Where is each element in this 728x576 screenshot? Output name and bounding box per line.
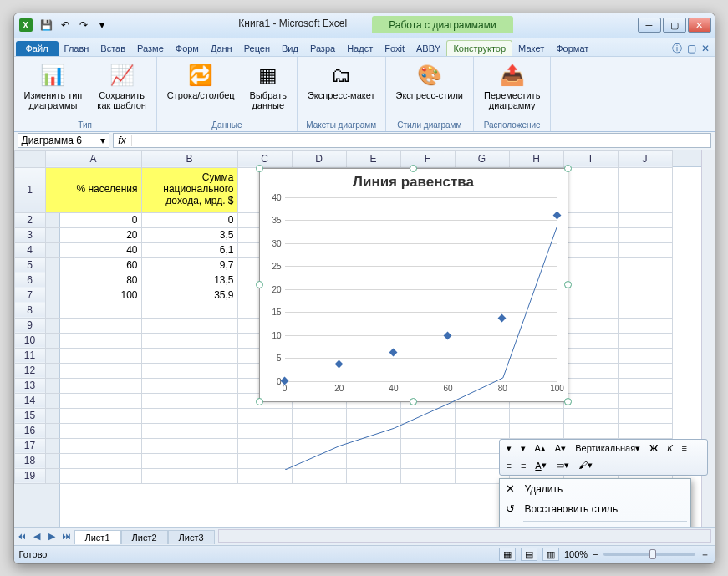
row-header[interactable]: 1 (14, 167, 45, 212)
cell[interactable] (45, 468, 141, 483)
row-header[interactable]: 10 (14, 333, 45, 348)
context-item[interactable]: 📊Изменить тип диаграммы... (500, 523, 690, 527)
plot-area[interactable]: 0510152025303540020406080100 (285, 197, 557, 381)
fill-color-icon[interactable]: 🖌▾ (575, 459, 596, 472)
context-menu[interactable]: ✕Удалить↺Восстановить стиль📊Изменить тип… (499, 478, 691, 527)
cell[interactable] (563, 227, 618, 242)
cell[interactable] (45, 378, 141, 393)
column-header[interactable]: E (346, 150, 400, 167)
column-header[interactable]: H (509, 150, 563, 167)
switch-row-col-button[interactable]: 🔁Строка/столбец (164, 60, 238, 103)
cell[interactable] (45, 393, 141, 408)
resize-handle[interactable] (256, 281, 263, 288)
tab-format[interactable]: Формат (550, 41, 594, 56)
context-item[interactable]: ↺Восстановить стиль (500, 499, 690, 519)
cell[interactable]: 0 (141, 212, 237, 227)
cell[interactable] (618, 333, 672, 348)
nav-last-icon[interactable]: ⏭ (59, 528, 74, 543)
font-size[interactable]: ▾ (517, 442, 529, 455)
column-header[interactable]: F (400, 150, 455, 167)
border-icon[interactable]: ▭▾ (552, 459, 573, 472)
view-pagebreak-icon[interactable]: ▥ (542, 548, 559, 561)
tab-layout[interactable]: Разме (131, 41, 170, 56)
row-header[interactable]: 8 (14, 303, 45, 318)
cell[interactable] (563, 363, 618, 378)
cell[interactable] (618, 167, 672, 212)
nav-prev-icon[interactable]: ◀ (29, 528, 44, 543)
cell[interactable] (45, 423, 141, 438)
cell[interactable] (563, 423, 618, 438)
tab-design[interactable]: Конструктор (446, 40, 512, 56)
row-header[interactable]: 14 (14, 393, 45, 408)
tab-home[interactable]: Главн (59, 41, 95, 56)
zoom-out-icon[interactable]: − (593, 549, 598, 559)
cell[interactable]: 3,5 (141, 227, 237, 242)
mini-toolbar[interactable]: ▾ ▾ A▴ A▾ Вертикальная ▾ Ж К ≡ ≡ ≡ A▾ ▭▾… (499, 439, 708, 476)
cell[interactable] (237, 438, 292, 453)
worksheet[interactable]: ABCDEFGHIJ1% населенияСумма национальног… (14, 150, 715, 527)
cell[interactable] (563, 167, 618, 212)
cell[interactable] (618, 423, 672, 438)
select-all-cell[interactable] (14, 150, 45, 167)
cell[interactable] (237, 423, 292, 438)
zoom-in-icon[interactable]: ＋ (700, 548, 710, 561)
fx-icon[interactable]: fx (114, 135, 132, 146)
undo-icon[interactable]: ↶ (58, 18, 73, 33)
cell[interactable]: 9,7 (141, 257, 237, 273)
cell[interactable] (45, 348, 141, 363)
cell[interactable] (141, 393, 237, 408)
cell[interactable] (141, 378, 237, 393)
tab-formulas[interactable]: Форм (170, 41, 205, 56)
row-header[interactable]: 18 (14, 453, 45, 468)
cell[interactable] (237, 453, 292, 468)
view-normal-icon[interactable]: ▦ (499, 548, 516, 561)
cell[interactable] (563, 333, 618, 348)
minimize-ribbon-icon[interactable]: ▢ (687, 43, 696, 54)
cell[interactable] (563, 378, 618, 393)
cell[interactable]: 60 (45, 257, 141, 273)
row-header[interactable]: 13 (14, 378, 45, 393)
cell[interactable] (618, 227, 672, 242)
nav-first-icon[interactable]: ⏮ (14, 528, 29, 543)
cell[interactable]: 100 (45, 288, 141, 303)
maximize-button[interactable]: ▢ (663, 18, 686, 33)
row-header[interactable]: 2 (14, 212, 45, 227)
cell[interactable] (141, 438, 237, 453)
row-header[interactable]: 15 (14, 408, 45, 423)
resize-handle[interactable] (564, 398, 572, 405)
cell[interactable] (141, 363, 237, 378)
cell[interactable] (563, 408, 618, 423)
cell[interactable] (618, 257, 672, 273)
font-select[interactable]: ▾ (503, 442, 515, 455)
view-pagelayout-icon[interactable]: ▤ (521, 548, 537, 561)
tab-review[interactable]: Рецен (238, 41, 276, 56)
cell[interactable] (563, 242, 618, 257)
cell[interactable]: Сумма национального дохода, мрд. $ (141, 167, 237, 212)
cell[interactable] (346, 468, 400, 483)
cell[interactable] (141, 333, 237, 348)
resize-handle[interactable] (410, 165, 417, 172)
cell[interactable] (45, 453, 141, 468)
bold-icon[interactable]: Ж (646, 442, 661, 454)
row-header[interactable]: 3 (14, 227, 45, 242)
cell[interactable] (45, 303, 141, 318)
cell[interactable] (563, 257, 618, 273)
chart-title[interactable]: Линия равенства (260, 169, 568, 192)
cell[interactable] (618, 378, 672, 393)
cell[interactable]: 80 (45, 273, 141, 288)
tab-view[interactable]: Вид (276, 41, 304, 56)
grow-font-icon[interactable]: A▴ (532, 442, 549, 455)
name-box[interactable]: Диаграмма 6▾ (18, 133, 109, 148)
align-icon[interactable]: ≡ (679, 442, 690, 454)
cell[interactable] (618, 393, 672, 408)
help-icon[interactable]: ⓘ (672, 42, 682, 56)
column-header[interactable]: I (563, 150, 618, 167)
cell[interactable]: 35,9 (141, 288, 237, 303)
row-header[interactable]: 17 (14, 438, 45, 453)
column-header[interactable]: J (618, 150, 672, 167)
cell[interactable]: % населения (45, 167, 141, 212)
cell[interactable] (141, 468, 237, 483)
column-header[interactable]: G (455, 150, 509, 167)
context-item[interactable]: ✕Удалить (500, 479, 690, 499)
align-icon[interactable]: ≡ (503, 460, 515, 472)
